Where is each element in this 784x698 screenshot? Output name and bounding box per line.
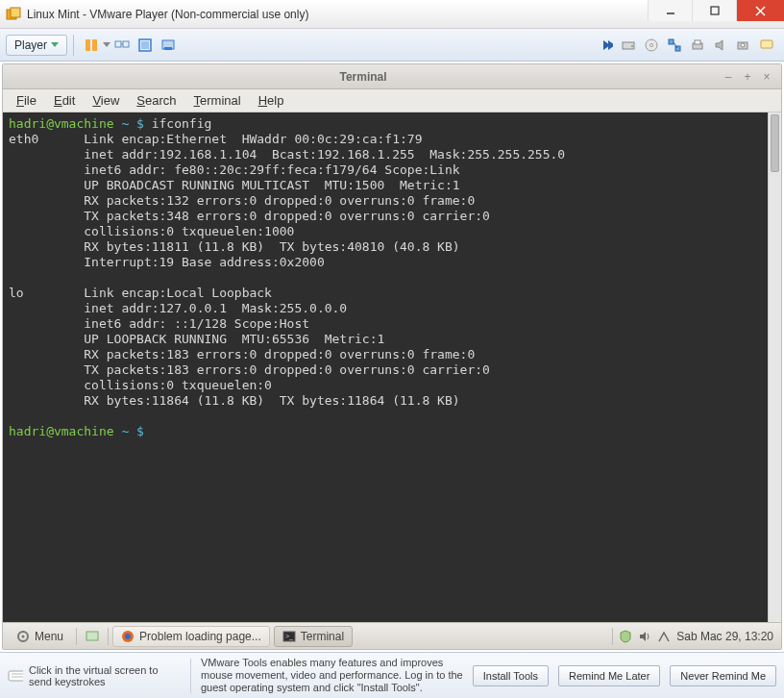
terminal-window-title: Terminal [9,70,718,84]
menu-file[interactable]: File [9,91,44,110]
svg-rect-34 [86,632,98,640]
show-desktop-icon[interactable] [83,627,102,646]
statusbar-separator [190,659,191,693]
svg-rect-16 [164,47,172,50]
power-icon[interactable] [82,36,101,55]
host-window-controls [648,0,784,28]
svg-text:>_: >_ [285,633,293,640]
cd-icon[interactable] [642,36,661,55]
menu-edit[interactable]: Edit [46,91,83,110]
sound-icon[interactable] [711,36,730,55]
svg-rect-14 [141,41,149,49]
chevron-down-icon [51,42,59,48]
message-icon[interactable] [757,36,776,55]
host-window-titlebar: Linux Mint - VMware Player (Non-commerci… [0,0,784,29]
toolbar-separator [73,35,74,56]
guest-maximize-button[interactable]: + [739,68,756,86]
svg-point-22 [650,43,653,46]
taskbar-item-label: Terminal [301,630,344,643]
install-tools-button[interactable]: Install Tools [473,665,549,686]
terminal-icon: >_ [282,630,296,643]
close-button[interactable] [736,0,784,21]
taskbar-item-firefox[interactable]: Problem loading page... [112,626,270,647]
firefox-icon [121,630,135,643]
svg-rect-23 [669,39,674,44]
printer-icon[interactable] [688,36,707,55]
prompt-path: ~ $ [121,424,143,438]
terminal-scrollbar[interactable] [768,112,781,622]
prompt-user: hadri@vmachine [9,424,114,438]
menu-search[interactable]: Search [129,91,184,110]
chevron-down-icon[interactable] [103,42,110,48]
menu-help[interactable]: Help [251,91,292,110]
shield-icon[interactable] [619,630,632,643]
svg-rect-31 [761,40,772,48]
vmware-status-bar: Click in the virtual screen to send keys… [0,652,784,698]
mint-menu-button[interactable]: Menu [7,626,72,647]
terminal-output-area[interactable]: hadri@vmachine ~ $ ifconfig eth0 Link en… [3,112,768,622]
guest-minimize-button[interactable]: – [720,68,737,86]
svg-rect-3 [711,7,719,14]
camera-icon[interactable] [734,36,753,55]
prompt-user: hadri@vmachine [9,116,114,131]
scrollbar-thumb[interactable] [771,114,779,172]
minimize-button[interactable] [648,0,692,21]
vmware-tools-message: VMware Tools enables many features and i… [201,657,463,694]
host-window-title: Linux Mint - VMware Player (Non-commerci… [27,8,648,21]
prompt-path: ~ $ [121,116,143,131]
svg-marker-28 [716,40,723,50]
prompt-command: ifconfig [152,116,212,131]
svg-rect-11 [123,41,129,47]
taskbar-separator [76,628,77,645]
svg-rect-10 [115,41,121,47]
taskbar-separator [108,628,109,645]
svg-rect-7 [86,39,90,51]
svg-marker-9 [103,42,110,47]
svg-rect-27 [695,40,700,44]
never-remind-button[interactable]: Never Remind Me [670,665,776,686]
svg-marker-18 [608,40,613,50]
svg-point-33 [22,635,25,637]
tray-separator [612,628,613,645]
guest-vm-display[interactable]: Terminal – + × File Edit View Search Ter… [2,63,782,650]
keyboard-icon [8,668,23,684]
terminal-window-titlebar[interactable]: Terminal – + × [3,64,781,89]
svg-point-30 [741,43,745,47]
svg-marker-39 [640,632,646,641]
chevron-right-icon[interactable] [603,40,613,50]
network-icon[interactable] [665,36,684,55]
menu-view[interactable]: View [85,91,127,110]
maximize-button[interactable] [692,0,736,21]
svg-marker-6 [51,42,59,47]
terminal-menubar: File Edit View Search Terminal Help [3,89,781,112]
network-tray-icon[interactable] [657,630,671,643]
guest-close-button[interactable]: × [758,68,775,86]
clock[interactable]: Sab Mac 29, 13:20 [676,630,773,643]
menu-terminal[interactable]: Terminal [186,91,249,110]
taskbar-item-label: Problem loading page... [139,630,261,643]
fullscreen-icon[interactable] [135,36,155,55]
keystroke-hint: Click in the virtual screen to send keys… [8,664,181,687]
taskbar-item-terminal[interactable]: >_ Terminal [274,626,353,647]
svg-rect-1 [11,8,20,17]
mint-menu-label: Menu [35,630,63,643]
hdd-icon[interactable] [619,36,638,55]
player-menu-button[interactable]: Player [6,35,67,56]
player-menu-label: Player [14,38,47,52]
mint-taskbar: Menu Problem loading page... >_ Terminal… [3,622,781,649]
svg-point-20 [631,45,633,47]
terminal-output: eth0 Link encap:Ethernet HWaddr 00:0c:29… [9,132,565,408]
remind-later-button[interactable]: Remind Me Later [558,665,660,686]
volume-icon[interactable] [638,630,651,643]
unity-icon[interactable] [159,36,178,55]
terminal-body-wrap: hadri@vmachine ~ $ ifconfig eth0 Link en… [3,112,781,622]
vmware-app-icon [6,7,21,22]
svg-point-36 [125,634,131,639]
system-tray: Sab Mac 29, 13:20 [612,628,777,645]
send-ctrl-alt-del-icon[interactable] [112,36,132,55]
gear-icon [15,629,31,644]
svg-rect-8 [92,39,97,51]
keystroke-hint-text: Click in the virtual screen to send keys… [29,664,181,687]
vmware-toolbar: Player [0,29,784,62]
svg-rect-40 [9,671,23,681]
